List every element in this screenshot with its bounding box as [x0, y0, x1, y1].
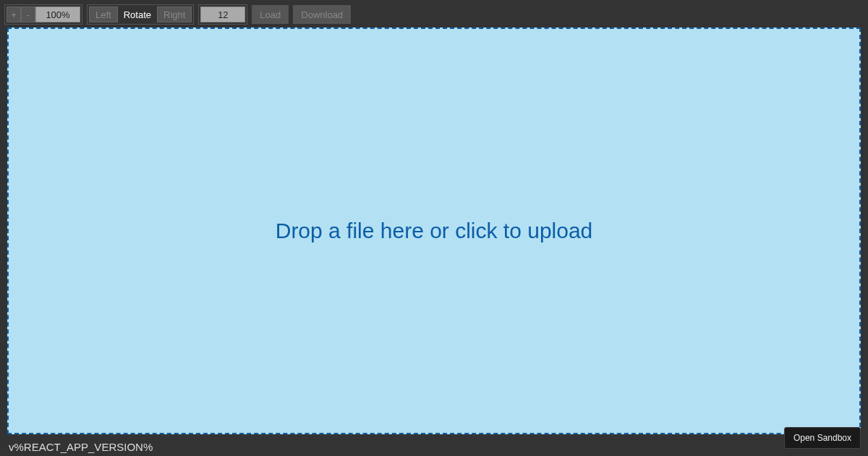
rotate-group: Left Rotate Right — [87, 4, 194, 25]
rotate-label: Rotate — [118, 7, 157, 22]
zoom-input[interactable] — [35, 7, 80, 22]
file-dropzone[interactable]: Drop a file here or click to upload — [7, 28, 861, 434]
dropzone-text: Drop a file here or click to upload — [276, 219, 593, 243]
rotate-right-button[interactable]: Right — [157, 7, 192, 22]
open-sandbox-button[interactable]: Open Sandbox — [784, 427, 861, 449]
rotate-left-button[interactable]: Left — [89, 7, 118, 22]
page-group — [198, 4, 247, 25]
download-button[interactable]: Download — [293, 5, 351, 24]
load-button[interactable]: Load — [252, 5, 289, 24]
zoom-group: + - — [4, 4, 82, 25]
version-footer: v%REACT_APP_VERSION% — [9, 441, 153, 453]
zoom-in-button[interactable]: + — [7, 7, 21, 22]
toolbar: + - Left Rotate Right Load Download — [0, 0, 868, 29]
page-input[interactable] — [200, 7, 245, 22]
zoom-out-button[interactable]: - — [21, 7, 35, 22]
